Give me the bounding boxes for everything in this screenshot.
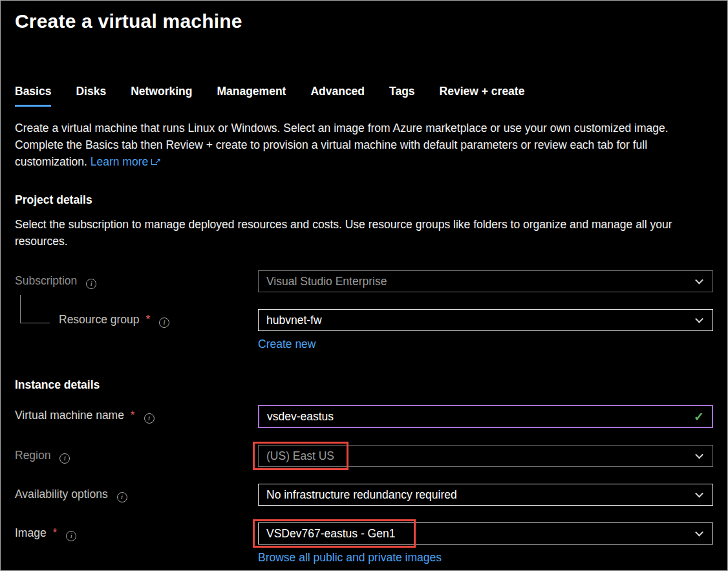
info-icon[interactable]: i bbox=[117, 492, 127, 502]
info-icon[interactable]: i bbox=[144, 413, 155, 424]
info-icon[interactable]: i bbox=[66, 531, 76, 541]
required-asterisk: * bbox=[145, 313, 150, 326]
subscription-label-group: Subscription i bbox=[15, 270, 258, 289]
vm-name-label: Virtual machine name bbox=[15, 409, 124, 422]
tab-management[interactable]: Management bbox=[217, 85, 286, 107]
vm-name-label-group: Virtual machine name * i bbox=[15, 405, 258, 424]
availability-options-row: Availability options i No infrastructure… bbox=[15, 484, 713, 506]
availability-options-value: No infrastructure redundancy required bbox=[266, 488, 457, 502]
resource-group-label: Resource group bbox=[59, 313, 140, 326]
tab-disks[interactable]: Disks bbox=[76, 85, 106, 107]
availability-options-dropdown[interactable]: No infrastructure redundancy required bbox=[258, 484, 713, 506]
info-icon[interactable]: i bbox=[86, 279, 96, 289]
region-dropdown[interactable]: (US) East US bbox=[258, 445, 713, 467]
tab-tags[interactable]: Tags bbox=[389, 85, 415, 107]
chevron-down-icon bbox=[695, 490, 703, 498]
availability-options-label-group: Availability options i bbox=[15, 484, 258, 502]
subscription-value: Visual Studio Enterprise bbox=[266, 275, 387, 288]
resource-group-dropdown[interactable]: hubvnet-fw bbox=[258, 309, 713, 331]
create-vm-page: Create a virtual machine Basics Disks Ne… bbox=[0, 0, 728, 571]
resource-group-label-group: Resource group * i bbox=[15, 309, 258, 328]
image-value: VSDev767-eastus - Gen1 bbox=[266, 527, 395, 541]
tab-networking[interactable]: Networking bbox=[131, 85, 192, 107]
image-row: Image * i VSDev767-eastus - Gen1 Browse … bbox=[15, 523, 713, 565]
tab-basics[interactable]: Basics bbox=[15, 85, 51, 107]
subscription-dropdown[interactable]: Visual Studio Enterprise bbox=[258, 270, 713, 292]
required-asterisk: * bbox=[131, 409, 135, 422]
region-row: Region i (US) East US bbox=[15, 445, 713, 467]
project-details-description: Select the subscription to manage deploy… bbox=[15, 216, 713, 250]
vm-name-row: Virtual machine name * i ✓ bbox=[15, 405, 713, 428]
resource-group-value: hubvnet-fw bbox=[266, 314, 322, 327]
subscription-row: Subscription i Visual Studio Enterprise bbox=[15, 270, 713, 292]
resource-group-row: Resource group * i hubvnet-fw Create new bbox=[15, 309, 713, 351]
valid-checkmark-icon: ✓ bbox=[694, 409, 704, 424]
wizard-tabs: Basics Disks Networking Management Advan… bbox=[15, 85, 713, 107]
intro-text: Create a virtual machine that runs Linux… bbox=[15, 120, 713, 170]
subscription-label: Subscription bbox=[15, 274, 77, 287]
browse-images-link[interactable]: Browse all public and private images bbox=[258, 551, 442, 565]
learn-more-link[interactable]: Learn more bbox=[91, 155, 149, 168]
region-label-group: Region i bbox=[15, 445, 258, 464]
page-title: Create a virtual machine bbox=[15, 10, 713, 33]
external-link-icon: ↗ bbox=[151, 157, 160, 166]
chevron-down-icon bbox=[695, 528, 703, 537]
vm-name-input[interactable] bbox=[258, 405, 713, 428]
chevron-down-icon bbox=[695, 315, 703, 323]
region-label: Region bbox=[15, 449, 50, 462]
image-label: Image bbox=[15, 526, 47, 539]
image-dropdown[interactable]: VSDev767-eastus - Gen1 bbox=[258, 523, 713, 544]
info-icon[interactable]: i bbox=[159, 318, 169, 328]
required-asterisk: * bbox=[53, 526, 58, 539]
project-details-heading: Project details bbox=[15, 193, 713, 207]
hierarchy-connector-line bbox=[20, 295, 50, 323]
availability-options-label: Availability options bbox=[15, 488, 108, 501]
chevron-down-icon bbox=[695, 451, 703, 459]
tab-advanced[interactable]: Advanced bbox=[310, 85, 365, 107]
create-new-link[interactable]: Create new bbox=[258, 338, 316, 351]
info-icon[interactable]: i bbox=[59, 453, 70, 464]
region-value: (US) East US bbox=[266, 449, 334, 463]
chevron-down-icon bbox=[695, 276, 703, 285]
image-label-group: Image * i bbox=[15, 523, 258, 541]
tab-review-create[interactable]: Review + create bbox=[440, 85, 525, 107]
instance-details-heading: Instance details bbox=[15, 378, 713, 392]
